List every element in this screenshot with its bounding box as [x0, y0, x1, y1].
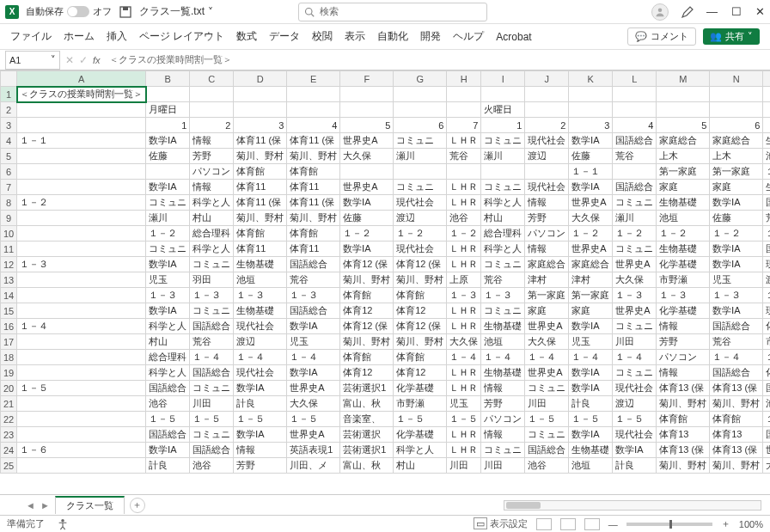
cell[interactable]: 池谷 [763, 396, 770, 412]
cell[interactable]: 生物基礎 [569, 443, 613, 458]
cell[interactable]: 芳野 [657, 334, 710, 350]
sheet-nav-left-icon[interactable]: ◄ [26, 500, 35, 511]
cell[interactable]: 体育13 [710, 427, 763, 443]
ribbon-tab[interactable]: 校閲 [312, 29, 333, 44]
cell[interactable]: 第一家庭 [569, 288, 613, 303]
cell[interactable]: 村山 [394, 458, 447, 474]
cell[interactable]: 国語総合 [763, 381, 770, 396]
cell[interactable]: １－３ [613, 288, 657, 303]
cell[interactable]: 羽田 [190, 272, 234, 288]
cell[interactable]: 佐藤 [340, 211, 394, 226]
cell[interactable]: 国語総合 [190, 319, 234, 334]
cell[interactable]: 国語総合 [710, 319, 763, 334]
cell[interactable] [17, 458, 146, 474]
cell[interactable]: 家庭総合 [525, 257, 569, 272]
zoom-slider[interactable] [626, 523, 712, 526]
ribbon-tab[interactable]: ページ レイアウト [139, 29, 224, 44]
cell[interactable]: 池谷 [525, 458, 569, 474]
cell[interactable]: 化学基礎 [763, 365, 770, 381]
cell[interactable]: パソコン [657, 350, 710, 365]
cell[interactable]: 体育館 [234, 226, 287, 242]
column-header[interactable]: A [17, 71, 146, 87]
cell[interactable]: 7 [447, 118, 481, 133]
cell[interactable] [17, 211, 146, 226]
cell[interactable]: １－３ [287, 288, 340, 303]
cell[interactable]: 化学基礎 [394, 381, 447, 396]
cell[interactable] [613, 164, 657, 180]
cell[interactable]: 大久保 [763, 458, 770, 474]
cell[interactable]: 現代社会 [525, 180, 569, 195]
cell[interactable]: 池垣 [481, 334, 525, 350]
search-input[interactable]: 検索 [298, 3, 487, 21]
cell[interactable]: 情報 [481, 427, 525, 443]
row-header[interactable]: 5 [1, 149, 17, 164]
cell[interactable]: 生物基礎 [763, 133, 770, 149]
accept-formula-icon[interactable]: ✓ [79, 54, 88, 66]
cell[interactable]: １－３ [710, 288, 763, 303]
cell[interactable]: 菊川、野村 [657, 396, 710, 412]
view-normal-button[interactable] [536, 518, 552, 530]
cell[interactable]: 家庭 [569, 303, 613, 319]
sheet-tab-active[interactable]: クラス一覧 [55, 496, 125, 514]
cell[interactable]: 荒谷 [287, 272, 340, 288]
cell[interactable]: 数学ⅠA [287, 319, 340, 334]
cell[interactable]: 川田 [190, 396, 234, 412]
cell[interactable]: １－４ [481, 350, 525, 365]
cell[interactable] [17, 396, 146, 412]
avatar[interactable] [651, 3, 669, 21]
cell[interactable]: 佐藤 [146, 149, 190, 164]
cell[interactable]: 1 [146, 118, 190, 133]
file-name[interactable]: クラス一覧.txt ˅ [139, 4, 213, 19]
cell[interactable] [657, 87, 710, 102]
row-header[interactable]: 24 [1, 443, 17, 458]
cell[interactable]: １－４ [525, 350, 569, 365]
cell[interactable]: １－５ [146, 412, 190, 427]
cell[interactable]: 世界史A [525, 365, 569, 381]
cell[interactable]: ＬＨＲ [447, 365, 481, 381]
column-header[interactable]: D [234, 71, 287, 87]
cell[interactable] [394, 164, 447, 180]
cell[interactable]: １－３ [447, 288, 481, 303]
accessibility-icon[interactable] [57, 518, 69, 530]
cell[interactable] [17, 427, 146, 443]
cell[interactable]: 体育館 [340, 288, 394, 303]
cell[interactable]: 家庭総合 [569, 257, 613, 272]
cell[interactable]: コミュニ [190, 303, 234, 319]
cell[interactable] [525, 102, 569, 118]
cell[interactable]: 村山 [190, 211, 234, 226]
column-header[interactable]: E [287, 71, 340, 87]
cell[interactable]: コミュニ [481, 133, 525, 149]
cell[interactable]: １－４ [234, 350, 287, 365]
cell[interactable]: １－３ [17, 257, 146, 272]
cell[interactable]: 生物基礎 [763, 180, 770, 195]
cell[interactable]: １－５ [525, 412, 569, 427]
cell[interactable]: 芳野 [481, 396, 525, 412]
cell[interactable]: 情報 [190, 180, 234, 195]
cell[interactable]: 体育館 [287, 164, 340, 180]
cell[interactable]: 瀬川 [146, 211, 190, 226]
cell[interactable]: １－２ [17, 195, 146, 211]
cell[interactable]: 佐藤 [569, 149, 613, 164]
cell[interactable]: 体育13 (保 [657, 443, 710, 458]
cell[interactable]: 渡辺 [394, 211, 447, 226]
cell[interactable]: 大久保 [613, 272, 657, 288]
cell[interactable]: 児玉 [710, 272, 763, 288]
cell[interactable]: １－４ [613, 350, 657, 365]
cell[interactable]: 科学と人 [481, 242, 525, 257]
cell[interactable]: １－３ [146, 288, 190, 303]
cell[interactable]: 数学ⅠA [569, 381, 613, 396]
cell[interactable]: 数学ⅠA [569, 427, 613, 443]
cell[interactable]: コミュニ [525, 427, 569, 443]
cell[interactable]: 現代社会 [234, 319, 287, 334]
cell[interactable]: コミュニ [613, 365, 657, 381]
cell[interactable]: 池谷 [146, 396, 190, 412]
cell[interactable]: 数学ⅠA [710, 257, 763, 272]
cell[interactable]: 芸術選択1 [340, 381, 394, 396]
cell[interactable]: 計良 [569, 396, 613, 412]
formula-bar[interactable]: ＜クラスの授業時間割一覧＞ [106, 53, 770, 66]
cell[interactable]: 体育12 (保 [340, 319, 394, 334]
cell[interactable] [146, 87, 190, 102]
cell[interactable]: １－４ [190, 350, 234, 365]
close-button[interactable]: ✕ [755, 5, 765, 18]
cell[interactable]: 科学と人 [190, 195, 234, 211]
